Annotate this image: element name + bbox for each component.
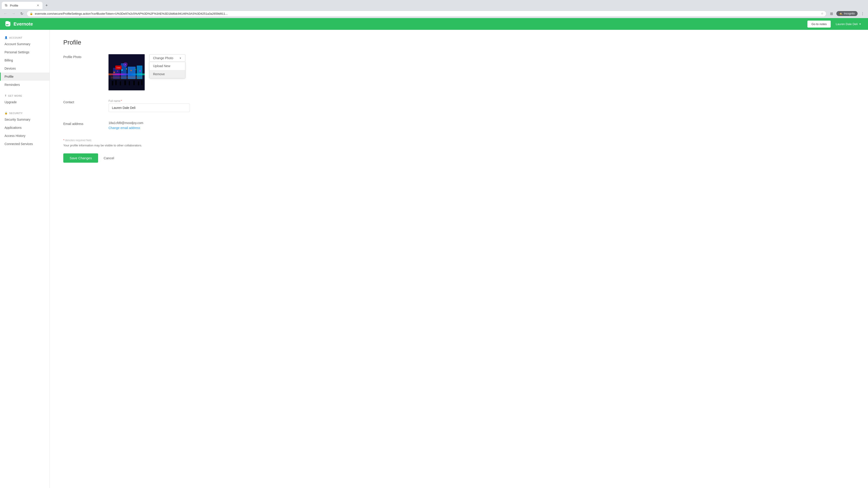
sidebar-item-reminders[interactable]: Reminders (0, 80, 50, 89)
svg-point-27 (125, 64, 126, 65)
svg-text:Coca: Coca (117, 67, 120, 68)
required-star: * (63, 139, 64, 142)
go-to-notes-button[interactable]: Go to notes (807, 21, 831, 28)
sidebar-item-personal-settings[interactable]: Personal Settings (0, 48, 50, 56)
main-content: 👤 ACCOUNT Account Summary Personal Setti… (0, 30, 868, 488)
save-changes-button[interactable]: Save Changes (63, 153, 98, 163)
profile-photo-section: Profile Photo (63, 54, 240, 90)
evernote-logo-icon (4, 20, 12, 28)
profile-photo: Coca (108, 54, 145, 90)
svg-rect-28 (108, 73, 145, 75)
incognito-icon: 🕵 (839, 12, 842, 15)
svg-point-12 (130, 70, 132, 71)
sidebar-item-access-history[interactable]: Access History (0, 132, 50, 140)
sidebar-item-billing[interactable]: Billing (0, 56, 50, 64)
sidebar-item-connected-services[interactable]: Connected Services (0, 140, 50, 148)
page-title: Profile (63, 39, 240, 46)
sidebar-item-upgrade[interactable]: Upgrade (0, 98, 50, 106)
svg-point-8 (114, 72, 115, 73)
user-name: Lauren Dale Deli (836, 22, 858, 26)
contact-section: Contact Full name* (63, 99, 240, 112)
sidebar-item-security-summary[interactable]: Security Summary (0, 116, 50, 124)
security-icon: 🔒 (4, 111, 8, 115)
tab-title: Profile (10, 4, 34, 7)
svg-rect-3 (121, 63, 127, 79)
new-tab-button[interactable]: + (43, 2, 50, 8)
svg-rect-20 (120, 81, 121, 86)
sidebar: 👤 ACCOUNT Account Summary Personal Setti… (0, 30, 50, 488)
svg-point-11 (126, 68, 127, 69)
browser-chrome: 🐘 Profile ✕ + ← → ↻ 🔒 ☆ ⊞ 🕵 Incognito ⋮ (0, 0, 868, 18)
tab-close-icon[interactable]: ✕ (36, 4, 40, 7)
get-more-section-label: ⬆ GET MORE (0, 92, 50, 98)
profile-content: Profile Profile Photo (50, 30, 253, 488)
evernote-header: Evernote Go to notes Lauren Dale Deli ▼ (0, 18, 868, 30)
extensions-icon[interactable]: ⊞ (828, 10, 835, 17)
email-value: 18a1cfd9@moodjoy.com (108, 121, 240, 125)
tab-favicon: 🐘 (4, 4, 8, 7)
full-name-field-label: Full name* (108, 99, 240, 103)
email-section: Email address 18a1cfd9@moodjoy.com Chang… (63, 121, 240, 130)
menu-button[interactable]: ⋮ (860, 10, 866, 17)
profile-photo-label: Profile Photo (63, 54, 99, 59)
sidebar-item-profile[interactable]: Profile (0, 72, 50, 80)
get-more-icon: ⬆ (4, 94, 7, 97)
sidebar-item-devices[interactable]: Devices (0, 64, 50, 72)
toolbar-right: ⊞ 🕵 Incognito ⋮ (828, 10, 866, 17)
svg-rect-21 (124, 80, 126, 85)
svg-rect-16 (111, 77, 143, 77)
bookmark-icon[interactable]: ☆ (821, 12, 824, 15)
incognito-label: Incognito (844, 12, 855, 15)
browser-tab[interactable]: 🐘 Profile ✕ (2, 2, 42, 9)
dropdown-item-remove[interactable]: Remove (149, 70, 185, 78)
sidebar-item-applications[interactable]: Applications (0, 124, 50, 132)
security-section-label: 🔒 SECURITY (0, 110, 50, 116)
address-secure-icon: 🔒 (30, 12, 33, 15)
change-photo-arrow-icon: ▼ (179, 57, 182, 59)
cancel-button[interactable]: Cancel (102, 153, 116, 163)
address-bar[interactable] (35, 12, 819, 15)
tab-bar: 🐘 Profile ✕ + (0, 0, 868, 9)
email-label: Email address (63, 121, 99, 126)
svg-rect-22 (129, 81, 130, 86)
change-photo-button[interactable]: Change Photo ▼ (149, 54, 185, 62)
change-photo-label: Change Photo (153, 56, 174, 60)
contact-label: Contact (63, 99, 99, 104)
required-note: * denotes required field. (63, 139, 240, 142)
full-name-required-star: * (121, 99, 122, 103)
visibility-note: Your profile information may be visible … (63, 144, 240, 147)
photo-actions-container: Change Photo ▼ Upload New Remove (149, 54, 185, 62)
profile-photo-wrap: Coca (108, 54, 240, 90)
svg-point-9 (117, 71, 118, 72)
change-photo-dropdown: Upload New Remove (149, 62, 185, 78)
svg-rect-24 (138, 81, 139, 86)
user-menu[interactable]: Lauren Dale Deli ▼ (833, 21, 864, 27)
logo-text: Evernote (13, 22, 33, 27)
svg-point-13 (135, 69, 136, 70)
svg-point-10 (121, 69, 123, 71)
svg-rect-18 (112, 81, 113, 86)
page-wrapper: Evernote Go to notes Lauren Dale Deli ▼ … (0, 18, 868, 488)
sidebar-item-account-summary[interactable]: Account Summary (0, 40, 50, 48)
dropdown-item-upload[interactable]: Upload New (149, 62, 185, 70)
profile-photo-field: Coca (108, 54, 240, 90)
photo-scene-icon: Coca (108, 54, 145, 90)
svg-point-14 (140, 70, 141, 72)
back-button[interactable]: ← (2, 10, 8, 17)
svg-rect-23 (133, 80, 135, 85)
svg-rect-25 (141, 80, 143, 85)
change-email-link[interactable]: Change email address (108, 126, 140, 130)
header-actions: Go to notes Lauren Dale Deli ▼ (807, 21, 864, 28)
svg-rect-19 (115, 80, 117, 85)
full-name-field-container: Full name* (108, 99, 240, 112)
refresh-button[interactable]: ↻ (19, 10, 25, 17)
svg-rect-17 (111, 78, 143, 79)
form-actions: Save Changes Cancel (63, 153, 240, 163)
browser-toolbar: ← → ↻ 🔒 ☆ ⊞ 🕵 Incognito ⋮ (0, 9, 868, 18)
incognito-button[interactable]: 🕵 Incognito (836, 11, 858, 16)
account-icon: 👤 (4, 36, 8, 39)
full-name-input[interactable] (108, 103, 190, 112)
forward-button[interactable]: → (10, 10, 17, 17)
email-field-container: 18a1cfd9@moodjoy.com Change email addres… (108, 121, 240, 130)
evernote-logo: Evernote (4, 20, 807, 28)
